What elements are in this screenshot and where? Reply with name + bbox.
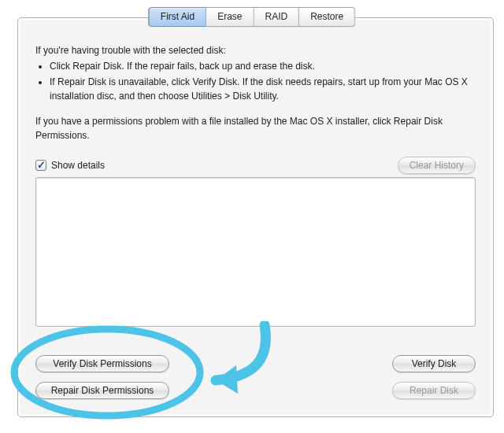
main-panel: If you're having trouble with the select… [17, 17, 494, 417]
tab-first-aid[interactable]: First Aid [149, 7, 206, 27]
instructions-permissions: If you have a permissions problem with a… [35, 114, 476, 142]
repair-disk-permissions-button[interactable]: Repair Disk Permissions [35, 382, 169, 399]
tab-erase[interactable]: Erase [206, 7, 254, 27]
instructions-lead: If you're having trouble with the select… [35, 43, 476, 57]
verify-disk-permissions-button[interactable]: Verify Disk Permissions [35, 355, 169, 372]
repair-disk-button[interactable]: Repair Disk [392, 382, 476, 399]
checkbox-icon: ✓ [35, 160, 46, 171]
clear-history-button[interactable]: Clear History [398, 157, 476, 174]
instructions-bullet-1: Click Repair Disk. If the repair fails, … [50, 59, 476, 73]
show-details-checkbox[interactable]: ✓ Show details [35, 160, 105, 171]
verify-disk-button[interactable]: Verify Disk [392, 355, 476, 372]
tab-bar: First Aid Erase RAID Restore [149, 7, 355, 27]
instructions-bullet-2: If Repair Disk is unavailable, click Ver… [50, 75, 476, 103]
instructions-block: If you're having trouble with the select… [35, 43, 476, 142]
log-output-area[interactable] [35, 177, 476, 327]
tab-raid[interactable]: RAID [254, 7, 300, 27]
tab-restore[interactable]: Restore [299, 7, 355, 27]
show-details-label: Show details [51, 160, 105, 171]
